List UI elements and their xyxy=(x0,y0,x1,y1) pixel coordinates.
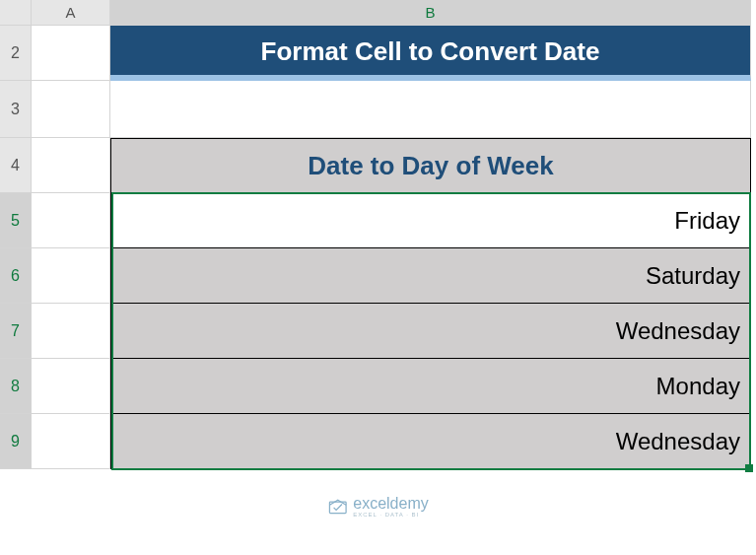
table-header-cell[interactable]: Date to Day of Week xyxy=(110,138,751,193)
row-header-4[interactable]: 4 xyxy=(0,138,32,193)
title-cell[interactable]: Format Cell to Convert Date xyxy=(110,26,751,81)
cell-a7[interactable] xyxy=(32,304,110,359)
row-header-9[interactable]: 9 xyxy=(0,414,32,469)
spreadsheet-grid[interactable]: A B 2 Format Cell to Convert Date 3 4 Da… xyxy=(0,0,756,469)
cell-a9[interactable] xyxy=(32,414,110,469)
cell-a4[interactable] xyxy=(32,138,110,193)
row-header-7[interactable]: 7 xyxy=(0,304,32,359)
cell-b8[interactable]: Monday xyxy=(110,359,751,414)
cell-a6[interactable] xyxy=(32,248,110,304)
watermark: exceldemy EXCEL · DATA · BI xyxy=(327,496,428,518)
row-header-3[interactable]: 3 xyxy=(0,81,32,138)
col-header-b[interactable]: B xyxy=(110,0,751,26)
row-header-6[interactable]: 6 xyxy=(0,248,32,304)
row-header-5[interactable]: 5 xyxy=(0,193,32,248)
cell-b6[interactable]: Saturday xyxy=(110,248,751,304)
cell-b9[interactable]: Wednesday xyxy=(110,414,751,469)
cell-a3[interactable] xyxy=(32,81,110,138)
watermark-sub: EXCEL · DATA · BI xyxy=(353,512,428,518)
watermark-main: exceldemy xyxy=(353,496,428,512)
cell-a5[interactable] xyxy=(32,193,110,248)
row-header-2[interactable]: 2 xyxy=(0,26,32,81)
cell-b3[interactable] xyxy=(110,81,751,138)
cell-a2[interactable] xyxy=(32,26,110,81)
watermark-icon xyxy=(327,497,347,517)
cell-b5[interactable]: Friday xyxy=(110,193,751,248)
svg-rect-0 xyxy=(329,502,346,514)
select-all-corner[interactable] xyxy=(0,0,32,26)
row-header-8[interactable]: 8 xyxy=(0,359,32,414)
cell-a8[interactable] xyxy=(32,359,110,414)
col-header-a[interactable]: A xyxy=(32,0,110,26)
cell-b7[interactable]: Wednesday xyxy=(110,304,751,359)
